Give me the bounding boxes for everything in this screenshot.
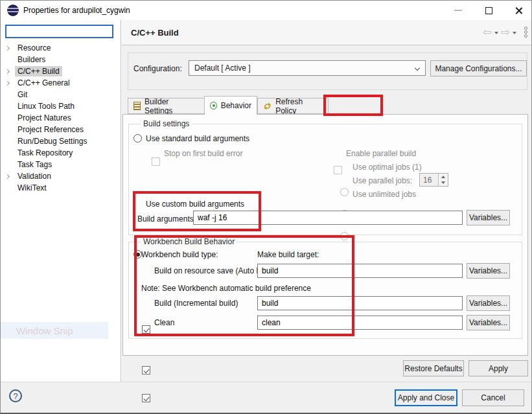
parallel-jobs-stepper[interactable]: 16	[419, 173, 448, 187]
sidebar-item-validation[interactable]: Validation	[1, 170, 121, 182]
sidebar-item-project-natures[interactable]: Project Natures	[1, 112, 121, 124]
incremental-build-variables-button[interactable]: Variables...	[467, 295, 510, 311]
cancel-button[interactable]: Cancel	[462, 389, 524, 406]
use-parallel-jobs-label: Use parallel jobs:	[353, 176, 412, 185]
close-icon	[515, 6, 523, 15]
maximize-button[interactable]	[474, 1, 503, 20]
maximize-icon	[485, 7, 492, 14]
sidebar-item-resource[interactable]: Resource	[1, 42, 121, 54]
chevron-right-icon	[5, 69, 9, 73]
forward-dropdown-icon[interactable]	[513, 32, 516, 34]
sidebar-item-git[interactable]: Git	[1, 89, 121, 100]
properties-dialog: Properties for ardupilot_cygwin Resource…	[0, 0, 532, 414]
build-arguments-input[interactable]	[193, 211, 463, 225]
eclipse-logo-icon	[7, 5, 19, 16]
sidebar-item-cpp-general[interactable]: C/C++ General	[1, 77, 121, 89]
minimize-button[interactable]	[443, 1, 472, 20]
chevron-right-icon	[5, 45, 9, 50]
tab-refresh-policy[interactable]: Refresh Policy	[257, 98, 329, 114]
sidebar-item-wikitext[interactable]: WikiText	[1, 182, 121, 194]
dialog-button-bar: ? Apply and Close Cancel	[1, 382, 531, 413]
clean-checkbox[interactable]	[142, 394, 150, 402]
stop-on-first-build-error-label: Stop on first build error	[164, 149, 242, 158]
sidebar-item-builders[interactable]: Builders	[1, 54, 121, 65]
properties-tree: Resource Builders C/C++ Build C/C++ Gene…	[1, 42, 121, 194]
build-incremental-label: Build (Incremental build)	[154, 299, 238, 308]
workbench-build-type-header: Workbench build type:	[141, 250, 218, 259]
manage-configurations-button[interactable]: Manage Configurations...	[430, 60, 527, 76]
chevron-right-icon	[5, 174, 9, 178]
enable-parallel-build-checkbox[interactable]	[334, 166, 342, 174]
refresh-icon	[263, 102, 272, 111]
chevron-right-icon	[5, 80, 9, 85]
build-settings-group-title: Build settings	[141, 119, 192, 128]
sidebar-item-project-references[interactable]: Project References	[1, 124, 121, 135]
chevron-down-icon	[415, 65, 420, 71]
build-arguments-label: Build arguments:	[137, 214, 196, 224]
sidebar-item-task-repository[interactable]: Task Repository	[1, 147, 121, 159]
tab-behavior[interactable]: Behavior	[204, 96, 257, 115]
behavior-icon	[210, 102, 217, 109]
sidebar-item-linux-tools-path[interactable]: Linux Tools Path	[1, 100, 121, 112]
configuration-label: Configuration:	[133, 64, 182, 73]
workbench-note: Note: See Workbench automatic build pref…	[141, 284, 311, 293]
use-standard-build-arguments-radio[interactable]	[133, 134, 142, 143]
sidebar: Resource Builders C/C++ Build C/C++ Gene…	[1, 20, 121, 382]
minimize-icon	[454, 10, 462, 11]
apply-button[interactable]: Apply	[468, 360, 528, 376]
help-button[interactable]: ?	[9, 389, 22, 402]
apply-and-close-button[interactable]: Apply and Close	[395, 389, 457, 406]
sidebar-item-task-tags[interactable]: Task Tags	[1, 159, 121, 170]
use-standard-build-arguments-label: Use standard build arguments	[146, 134, 249, 143]
view-menu-icon[interactable]	[524, 27, 527, 38]
filter-input[interactable]	[5, 25, 113, 38]
window-snip-ghost: Window Snip	[1, 322, 108, 339]
configuration-select[interactable]: Default [ Active ]	[189, 60, 426, 76]
use-custom-build-arguments-label: Use custom build arguments	[146, 200, 244, 209]
restore-defaults-button[interactable]: Restore Defaults	[403, 360, 464, 376]
forward-arrow-icon[interactable]: ⇨	[501, 27, 510, 38]
build-incremental-checkbox[interactable]	[142, 366, 150, 374]
stepper-up-icon[interactable]	[441, 176, 445, 178]
sidebar-item-run-debug-settings[interactable]: Run/Debug Settings	[1, 135, 121, 147]
clean-target-input[interactable]	[257, 316, 463, 330]
auto-build-target-input[interactable]	[257, 264, 463, 278]
stepper-down-icon[interactable]	[441, 181, 445, 184]
page-title: C/C++ Build	[131, 28, 179, 38]
incremental-build-target-input[interactable]	[257, 296, 463, 310]
question-mark-icon: ?	[13, 391, 17, 401]
clean-variables-button[interactable]: Variables...	[467, 315, 510, 330]
use-unlimited-jobs-label: Use unlimited jobs	[353, 190, 416, 199]
window-title: Properties for ardupilot_cygwin	[23, 6, 130, 15]
auto-build-variables-button[interactable]: Variables...	[467, 263, 510, 279]
make-build-target-header: Make build target:	[257, 250, 319, 259]
use-optimal-jobs-radio[interactable]	[340, 188, 349, 196]
builder-settings-icon	[133, 102, 141, 110]
title-bar: Properties for ardupilot_cygwin	[1, 1, 531, 20]
build-on-resource-save-checkbox[interactable]	[142, 325, 150, 334]
use-unlimited-jobs-radio[interactable]	[340, 232, 349, 240]
tab-builder-settings[interactable]: Builder Settings	[128, 98, 205, 114]
build-arguments-variables-button[interactable]: Variables...	[467, 210, 510, 225]
sidebar-item-cpp-build[interactable]: C/C++ Build	[1, 65, 121, 77]
page-header: C/C++ Build ⇦ ⇨	[122, 20, 532, 45]
workbench-group-title: Workbench Build Behavior	[141, 237, 237, 246]
enable-parallel-build-label: Enable parallel build	[346, 149, 416, 158]
use-optimal-jobs-label: Use optimal jobs (1)	[353, 163, 422, 172]
back-arrow-icon[interactable]: ⇦	[483, 27, 492, 38]
back-dropdown-icon[interactable]	[494, 32, 498, 34]
close-button[interactable]	[504, 1, 532, 20]
clean-label: Clean	[154, 318, 174, 327]
stop-on-first-build-error-checkbox[interactable]	[152, 157, 160, 166]
